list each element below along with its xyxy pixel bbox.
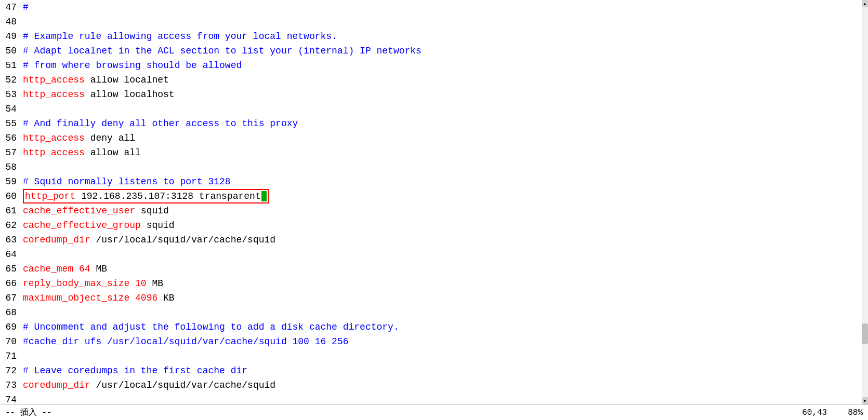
- line-number: 47: [0, 0, 21, 15]
- code-line-66: 66reply_body_max_size 10 MB: [0, 276, 868, 291]
- scrollbar-arrow-up[interactable]: ▲: [862, 0, 868, 7]
- line-content: cache_effective_user squid: [21, 204, 868, 218]
- line-number: 64: [0, 247, 21, 262]
- code-line-55: 55# And finally deny all other access to…: [0, 116, 868, 131]
- line-number: 62: [0, 218, 21, 233]
- line-number: 63: [0, 233, 21, 247]
- code-token: http_access: [23, 89, 85, 100]
- line-number: 66: [0, 276, 21, 291]
- line-content: # Uncomment and adjust the following to …: [21, 320, 868, 334]
- code-token: KB: [157, 293, 174, 303]
- code-line-68: 68: [0, 305, 868, 320]
- code-line-54: 54: [0, 102, 868, 116]
- highlight-box: http_port 192.168.235.107:3128 transpare…: [23, 189, 269, 204]
- line-number: 51: [0, 58, 21, 73]
- line-content: # Squid normally listens to port 3128: [21, 174, 868, 189]
- code-line-56: 56http_access deny all: [0, 131, 868, 145]
- scrollbar-y[interactable]: ▲ ▼: [862, 0, 868, 404]
- line-number: 73: [0, 378, 21, 392]
- code-line-71: 71: [0, 349, 868, 363]
- code-area[interactable]: 47#4849# Example rule allowing access fr…: [0, 0, 868, 404]
- code-token: # Leave coredumps in the first cache dir: [23, 365, 247, 376]
- line-content: # And finally deny all other access to t…: [21, 116, 868, 131]
- code-token: # Example rule allowing access from your…: [23, 31, 337, 42]
- status-right: 60,43 88%: [802, 408, 863, 417]
- code-token: allow all: [85, 147, 141, 158]
- line-number: 65: [0, 262, 21, 276]
- line-content: maximum_object_size 4096 KB: [21, 291, 868, 305]
- lines-container: 47#4849# Example rule allowing access fr…: [0, 0, 868, 404]
- line-content: reply_body_max_size 10 MB: [21, 276, 868, 291]
- code-token: 10: [135, 278, 147, 289]
- code-line-49: 49# Example rule allowing access from yo…: [0, 29, 868, 44]
- line-content: http_access allow all: [21, 145, 868, 160]
- code-line-64: 64: [0, 247, 868, 262]
- code-token: /usr/local/squid/var/cache/squid: [90, 380, 275, 390]
- percentage: 88%: [848, 408, 863, 417]
- code-token: [129, 278, 135, 289]
- cursor: [261, 191, 267, 201]
- code-token: 64: [79, 264, 90, 274]
- cursor-position: 60,43: [802, 408, 827, 417]
- code-line-47: 47#: [0, 0, 868, 15]
- code-line-61: 61cache_effective_user squid: [0, 204, 868, 218]
- line-number: 59: [0, 174, 21, 189]
- code-line-67: 67maximum_object_size 4096 KB: [0, 291, 868, 305]
- code-token: maximum_object_size: [23, 293, 129, 303]
- code-line-65: 65cache_mem 64 MB: [0, 262, 868, 276]
- line-content: #cache_dir ufs /usr/local/squid/var/cach…: [21, 334, 868, 349]
- line-content: http_access deny all: [21, 131, 868, 145]
- line-number: 60: [0, 189, 21, 204]
- code-token: allow localhost: [85, 89, 175, 100]
- line-content: # Example rule allowing access from your…: [21, 29, 868, 44]
- line-content: #: [21, 0, 868, 15]
- code-line-70: 70#cache_dir ufs /usr/local/squid/var/ca…: [0, 334, 868, 349]
- code-token: # Uncomment and adjust the following to …: [23, 322, 399, 332]
- line-content: # Leave coredumps in the first cache dir: [21, 363, 868, 378]
- code-line-59: 59# Squid normally listens to port 3128: [0, 174, 868, 189]
- line-number: 54: [0, 102, 21, 116]
- line-number: 48: [0, 15, 21, 29]
- line-number: 72: [0, 363, 21, 378]
- code-token: coredump_dir: [23, 235, 90, 245]
- line-number: 67: [0, 291, 21, 305]
- code-token: coredump_dir: [23, 380, 90, 390]
- code-line-52: 52http_access allow localnet: [0, 73, 868, 87]
- line-number: 55: [0, 116, 21, 131]
- scrollbar-thumb[interactable]: [862, 323, 868, 344]
- code-token: #cache_dir ufs /usr/local/squid/var/cach…: [23, 336, 349, 347]
- line-content: http_access allow localhost: [21, 87, 868, 102]
- code-line-62: 62cache_effective_group squid: [0, 218, 868, 233]
- code-line-51: 51# from where browsing should be allowe…: [0, 58, 868, 73]
- code-token: [73, 264, 79, 274]
- line-content: http_access allow localnet: [21, 73, 868, 87]
- code-token: cache_effective_group: [23, 220, 141, 231]
- code-token: #: [23, 2, 29, 12]
- code-line-48: 48: [0, 15, 868, 29]
- code-token: # And finally deny all other access to t…: [23, 118, 298, 129]
- code-token: cache_mem: [23, 264, 73, 274]
- code-token: deny all: [85, 133, 135, 143]
- code-token: http_access: [23, 133, 85, 143]
- code-token: allow localnet: [85, 75, 169, 85]
- code-token: [129, 293, 135, 303]
- code-line-72: 72# Leave coredumps in the first cache d…: [0, 363, 868, 378]
- line-number: 71: [0, 349, 21, 363]
- line-content: # from where browsing should be allowed: [21, 58, 868, 73]
- line-number: 70: [0, 334, 21, 349]
- code-line-58: 58: [0, 160, 868, 174]
- line-number: 57: [0, 145, 21, 160]
- line-content: # Adapt localnet in the ACL section to l…: [21, 44, 868, 58]
- code-token: cache_effective_user: [23, 206, 135, 216]
- line-number: 69: [0, 320, 21, 334]
- code-line-53: 53http_access allow localhost: [0, 87, 868, 102]
- code-token: /usr/local/squid/var/cache/squid: [90, 235, 275, 245]
- code-line-73: 73coredump_dir /usr/local/squid/var/cach…: [0, 378, 868, 392]
- code-token: squid: [135, 206, 169, 216]
- code-token: http_access: [23, 147, 85, 158]
- scrollbar-arrow-down[interactable]: ▼: [862, 397, 868, 404]
- line-number: 74: [0, 392, 21, 404]
- line-number: 56: [0, 131, 21, 145]
- code-line-50: 50# Adapt localnet in the ACL section to…: [0, 44, 868, 58]
- line-number: 53: [0, 87, 21, 102]
